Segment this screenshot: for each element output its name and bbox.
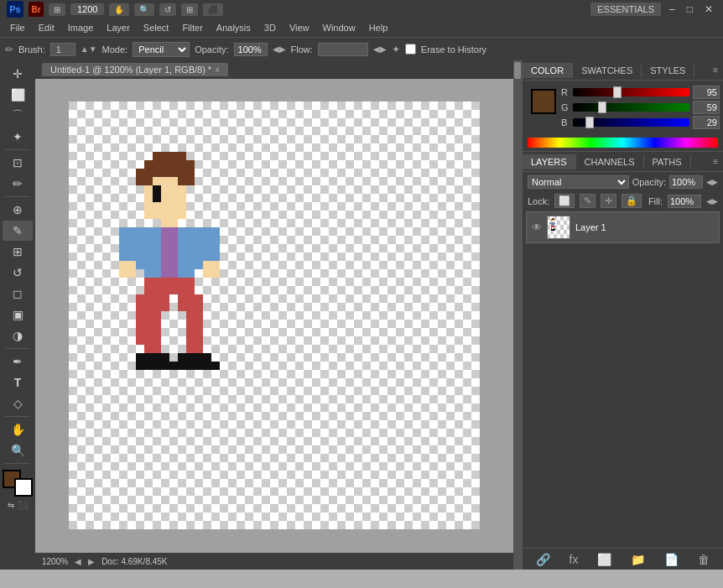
opacity-field[interactable] [669, 175, 703, 189]
zoom-tool[interactable]: 🔍 [3, 440, 33, 461]
color-panel-menu[interactable]: ≡ [708, 64, 723, 76]
rotate-icon[interactable]: ↺ [159, 3, 176, 16]
lock-pixels-icon[interactable]: ✎ [580, 194, 596, 208]
color-swatch[interactable] [531, 89, 556, 114]
default-colors-icon[interactable]: ⬛ [18, 501, 28, 510]
essentials-button[interactable]: ESSENTIALS [590, 3, 661, 16]
mode-label: Mode: [102, 44, 128, 55]
crop-tool[interactable]: ⊡ [3, 153, 33, 173]
tab-paths[interactable]: PATHS [644, 154, 691, 169]
lock-position-icon[interactable]: ✛ [601, 194, 616, 208]
tab-layers[interactable]: LAYERS [523, 154, 576, 169]
pixel-canvas[interactable] [69, 101, 480, 529]
menu-select[interactable]: Select [137, 21, 176, 34]
fill-arrow[interactable]: ◀▶ [706, 197, 718, 206]
healing-tool[interactable]: ⊕ [3, 200, 33, 220]
opacity-arrow[interactable]: ◀▶ [706, 178, 718, 186]
lock-transparent-icon[interactable]: ⬜ [554, 194, 575, 208]
layers-panel-menu[interactable]: ≡ [708, 155, 723, 168]
magic-wand-tool[interactable]: ✦ [3, 127, 33, 147]
flow-input[interactable] [318, 43, 368, 56]
toolbar-icon-1[interactable]: ⊞ [49, 3, 65, 16]
eraser-tool[interactable]: ◻ [3, 284, 33, 304]
close-button[interactable]: ✕ [701, 3, 716, 15]
background-color[interactable] [14, 478, 33, 497]
swap-colors-icon[interactable]: ⇆ [8, 501, 14, 510]
fill-field[interactable] [668, 195, 701, 208]
tool-separator-5 [5, 463, 30, 464]
br-logo[interactable]: Br [29, 2, 44, 17]
opacity-label: Opacity: [632, 177, 666, 187]
layer-visibility-icon[interactable]: 👁 [532, 221, 542, 233]
new-layer-btn[interactable]: 📄 [661, 551, 682, 568]
menu-edit[interactable]: Edit [32, 21, 61, 34]
layer-effects-btn[interactable]: fx [566, 551, 582, 568]
history-brush-tool[interactable]: ↺ [3, 263, 33, 283]
tab-swatches[interactable]: SWATCHES [573, 63, 642, 78]
lock-all-icon[interactable]: 🔒 [622, 194, 642, 208]
canvas-tab: Untitled-1 @ 1200% (Layer 1, RGB/8) * × [35, 60, 513, 79]
pen-tool[interactable]: ✒ [3, 351, 33, 372]
magnify-icon[interactable]: 🔍 [134, 3, 154, 16]
canvas-nav-left[interactable]: ◀ [75, 557, 81, 566]
tab-styles[interactable]: STYLES [642, 63, 694, 78]
red-slider[interactable] [573, 88, 689, 96]
eyedropper-tool[interactable]: ✏ [3, 174, 33, 194]
menu-image[interactable]: Image [61, 21, 101, 34]
delete-layer-btn[interactable]: 🗑 [694, 551, 713, 568]
layers-panel-tabs: LAYERS CHANNELS PATHS ≡ [523, 152, 723, 172]
menu-file[interactable]: File [3, 21, 32, 34]
blue-value[interactable]: 29 [693, 116, 720, 129]
minimize-button[interactable]: – [666, 3, 679, 15]
menu-view[interactable]: View [283, 21, 316, 34]
add-mask-btn[interactable]: ⬜ [594, 551, 615, 568]
canvas-title: Untitled-1 @ 1200% (Layer 1, RGB/8) * [50, 65, 211, 75]
brush-size-input[interactable] [50, 43, 75, 56]
menu-window[interactable]: Window [316, 21, 362, 34]
scrollbar-thumb[interactable] [514, 62, 521, 79]
tab-channels[interactable]: CHANNELS [576, 154, 644, 169]
tab-color[interactable]: COLOR [523, 63, 573, 78]
erase-history-checkbox[interactable] [405, 44, 416, 55]
red-value[interactable]: 95 [693, 86, 720, 99]
new-group-btn[interactable]: 📁 [627, 551, 648, 568]
hand-tool-icon[interactable]: ✋ [109, 3, 129, 16]
link-layers-btn[interactable]: 🔗 [533, 551, 554, 568]
green-value[interactable]: 59 [693, 101, 720, 114]
text-tool[interactable]: T [3, 372, 33, 393]
blue-slider[interactable] [573, 118, 689, 127]
green-slider-row: G 59 [561, 101, 720, 114]
grid-icon[interactable]: ⊞ [181, 3, 198, 16]
menu-filter[interactable]: Filter [175, 21, 209, 34]
vertical-scrollbar[interactable] [513, 60, 522, 570]
gradient-tool[interactable]: ▣ [3, 304, 33, 325]
opacity-input[interactable] [234, 43, 268, 56]
marquee-tool[interactable]: ⬜ [3, 85, 33, 105]
stamp-tool[interactable]: ⊞ [3, 242, 33, 262]
title-bar: Ps Br ⊞ 1200 ✋ 🔍 ↺ ⊞ ⬛ ESSENTIALS – □ ✕ [0, 0, 723, 18]
shape-tool[interactable]: ◇ [3, 393, 33, 414]
color-spectrum[interactable] [528, 138, 718, 148]
menu-3d[interactable]: 3D [257, 21, 283, 34]
menu-help[interactable]: Help [362, 21, 395, 34]
move-tool[interactable]: ✛ [3, 64, 33, 84]
dodge-tool[interactable]: ◑ [3, 325, 33, 346]
canvas-close-btn[interactable]: × [215, 65, 220, 75]
opacity-label: Opacity: [195, 44, 228, 55]
menu-analysis[interactable]: Analysis [210, 21, 257, 34]
layer-item[interactable]: 👁 Layer 1 [526, 211, 720, 243]
mode-select[interactable]: Pencil Normal Dissolve [133, 42, 190, 57]
lasso-tool[interactable]: ⌒ [3, 106, 33, 126]
layout-icon[interactable]: ⬛ [203, 3, 223, 16]
airbrush-icon[interactable]: ✦ [392, 44, 400, 55]
green-slider[interactable] [573, 103, 689, 112]
title-bar-left: Ps Br ⊞ 1200 ✋ 🔍 ↺ ⊞ ⬛ [7, 1, 223, 18]
maximize-button[interactable]: □ [684, 3, 696, 15]
canvas-tab-item[interactable]: Untitled-1 @ 1200% (Layer 1, RGB/8) * × [42, 63, 228, 76]
hand-tool[interactable]: ✋ [3, 419, 33, 440]
canvas-scroll-area[interactable] [35, 79, 513, 553]
blend-mode-select[interactable]: Normal Multiply Screen [528, 175, 629, 189]
brush-tool[interactable]: ✎ [3, 221, 33, 241]
menu-layer[interactable]: Layer [100, 21, 137, 34]
canvas-nav-right[interactable]: ▶ [88, 557, 95, 566]
